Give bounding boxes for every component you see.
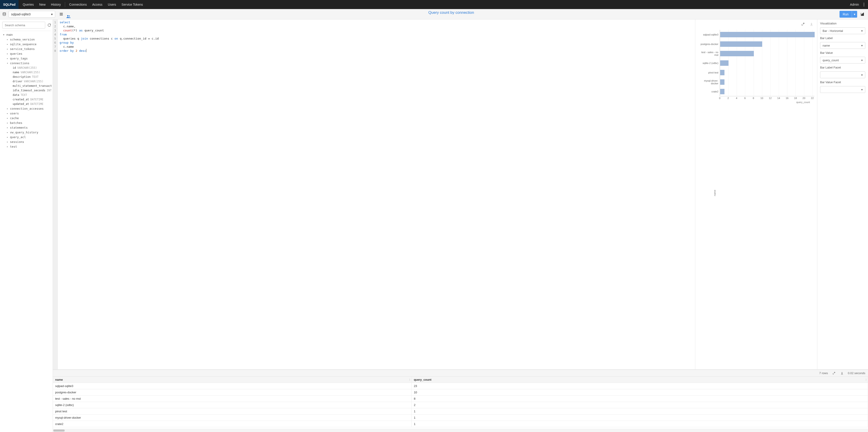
chart-bar xyxy=(720,32,815,37)
brand-logo[interactable]: SQLPad xyxy=(0,0,19,9)
results-row[interactable]: mysql-driver-docker1 xyxy=(53,414,868,421)
schema-table-batches[interactable]: ▸batches xyxy=(6,121,52,125)
schema-column[interactable]: data TEXT xyxy=(9,93,52,97)
svg-point-0 xyxy=(864,3,864,3)
chart-toggle-icon[interactable] xyxy=(859,11,866,18)
schema-table-sqlite_sequence[interactable]: ▸sqlite_sequence xyxy=(6,42,52,47)
share-people-icon[interactable] xyxy=(66,15,837,18)
query-title[interactable]: Query count by connection xyxy=(428,10,474,15)
results-cell: sqlpad-sqlite3 xyxy=(53,383,412,389)
schema-table-statements[interactable]: ▸statements xyxy=(6,125,52,130)
more-menu-icon[interactable] xyxy=(862,3,866,6)
chart-category-label: crate2 xyxy=(697,87,720,96)
run-dropdown-caret[interactable]: ▾ xyxy=(852,11,857,18)
bar-value-select[interactable]: query_count▾ xyxy=(820,57,865,64)
nav-service-tokens[interactable]: Service Tokens xyxy=(119,0,146,9)
nav-connections[interactable]: Connections xyxy=(66,0,90,9)
schema-table-test[interactable]: ▸test xyxy=(6,144,52,149)
results-panel: 7 rows 0.02 seconds name⋮query_count⋮ sq… xyxy=(53,370,868,432)
schema-column[interactable]: id VARCHAR(255) xyxy=(9,66,52,70)
open-results-fullscreen-icon[interactable] xyxy=(832,371,836,375)
schema-table-users[interactable]: ▸users xyxy=(6,111,52,116)
results-row[interactable]: test - sales - no mst8 xyxy=(53,396,868,402)
results-cell: crate2 xyxy=(53,421,412,427)
svg-point-1 xyxy=(864,4,864,5)
chart-bar xyxy=(720,51,754,56)
schema-column[interactable]: driver VARCHAR(255) xyxy=(9,79,52,84)
column-resize-handle[interactable]: ⋮ xyxy=(408,378,411,381)
results-grid[interactable]: name⋮query_count⋮ sqlpad-sqlite323postgr… xyxy=(53,376,868,429)
chevron-down-icon: ▾ xyxy=(861,44,863,47)
chart-x-tick: 18 xyxy=(794,97,797,99)
nav-access[interactable]: Access xyxy=(90,0,105,9)
chevron-down-icon: ▾ xyxy=(861,73,863,76)
schema-column[interactable]: idle_timeout_seconds INTEGER xyxy=(9,88,52,93)
results-row[interactable]: pinot test1 xyxy=(53,408,868,414)
schema-column[interactable]: updated_at DATETIME xyxy=(9,102,52,106)
results-row[interactable]: sqlite-2 (odbc)2 xyxy=(53,402,868,408)
results-cell: postgres-docker xyxy=(53,389,412,395)
schema-search-input[interactable] xyxy=(2,22,45,29)
results-row-count: 7 rows xyxy=(819,371,828,375)
bar-value-facet-select[interactable]: ▾ xyxy=(820,86,865,93)
viz-type-select[interactable]: Bar - Horizontal▾ xyxy=(820,27,865,34)
schema-column[interactable]: description TEXT xyxy=(9,74,52,79)
refresh-schema-icon[interactable] xyxy=(48,22,51,28)
bar-label-facet-label: Bar Label Facet xyxy=(820,66,865,69)
nav-history[interactable]: History xyxy=(49,0,64,9)
chart-bar xyxy=(720,60,728,66)
schema-table-cache[interactable]: ▸cache xyxy=(6,116,52,121)
bar-label-facet-select[interactable]: ▾ xyxy=(820,71,865,78)
chart-bar xyxy=(720,70,724,75)
schema-table-sessions[interactable]: ▸sessions xyxy=(6,140,52,144)
results-row[interactable]: crate21 xyxy=(53,421,868,427)
schema-sidebar: ▾main▸schema_version▸sqlite_sequence▸ser… xyxy=(0,20,53,432)
chart-category-label: sqlpad-sqlite3 xyxy=(697,30,720,39)
results-row[interactable]: postgres-docker10 xyxy=(53,389,868,396)
schema-table-connections[interactable]: ▾connections xyxy=(6,61,52,66)
svg-point-7 xyxy=(67,15,68,17)
svg-rect-5 xyxy=(60,14,63,14)
chevron-down-icon: ▾ xyxy=(861,29,863,33)
schema-table-query_tags[interactable]: ▸query_tags xyxy=(6,56,52,61)
schema-table-service_tokens[interactable]: ▸service_tokens xyxy=(6,47,52,51)
schema-table-schema_version[interactable]: ▸schema_version xyxy=(6,37,52,42)
results-cell: 1 xyxy=(412,421,868,427)
svg-rect-6 xyxy=(60,15,63,16)
schema-table-vw_query_history[interactable]: ▸vw_query_history xyxy=(6,130,52,135)
schema-column[interactable]: created_at DATETIME xyxy=(9,97,52,102)
open-viz-fullscreen-icon[interactable] xyxy=(800,21,806,28)
nav-users[interactable]: Users xyxy=(105,0,119,9)
results-horizontal-scrollbar[interactable] xyxy=(53,429,868,432)
results-column-header[interactable]: query_count⋮ xyxy=(412,377,868,383)
bar-value-facet-label: Bar Value Facet xyxy=(820,81,865,84)
chart-x-tick: 8 xyxy=(753,97,754,99)
schema-layout-icon[interactable] xyxy=(58,11,64,17)
connection-select[interactable]: sqlpad-sqlite3 ▾ xyxy=(8,11,55,18)
chevron-down-icon: ▾ xyxy=(51,12,53,16)
bar-chart: name sqlpad-sqlite3postgres-dockertest -… xyxy=(695,29,817,369)
editor-code[interactable]: select c.name, count(*) as query_countfr… xyxy=(58,20,695,369)
chart-bar xyxy=(720,41,762,47)
download-viz-icon[interactable] xyxy=(808,21,815,28)
bar-label-select[interactable]: name▾ xyxy=(820,42,865,49)
nav-new[interactable]: New xyxy=(37,0,49,9)
run-button-label: Run xyxy=(839,12,852,16)
column-resize-handle[interactable]: ⋮ xyxy=(865,378,867,381)
schema-table-query_acl[interactable]: ▸query_acl xyxy=(6,135,52,140)
chart-category-label: sqlite-2 (odbc) xyxy=(697,58,720,68)
results-column-header[interactable]: name⋮ xyxy=(53,377,412,383)
schema-db-node[interactable]: ▾main xyxy=(2,32,52,37)
run-button[interactable]: Run ▾ xyxy=(839,11,857,18)
svg-point-8 xyxy=(69,16,70,17)
results-row[interactable]: sqlpad-sqlite323 xyxy=(53,383,868,389)
nav-queries[interactable]: Queries xyxy=(20,0,36,9)
schema-table-queries[interactable]: ▸queries xyxy=(6,51,52,56)
schema-table-connection_accesses[interactable]: ▸connection_accesses xyxy=(6,106,52,111)
download-results-icon[interactable] xyxy=(840,371,844,375)
scrollbar-thumb[interactable] xyxy=(53,430,65,432)
schema-column[interactable]: name VARCHAR(255) xyxy=(9,70,52,74)
admin-menu[interactable]: Admin xyxy=(847,0,862,9)
sql-editor[interactable]: 12345678 select c.name, count(*) as quer… xyxy=(53,20,695,369)
schema-column[interactable]: multi_statement_transaction_… xyxy=(9,84,52,88)
